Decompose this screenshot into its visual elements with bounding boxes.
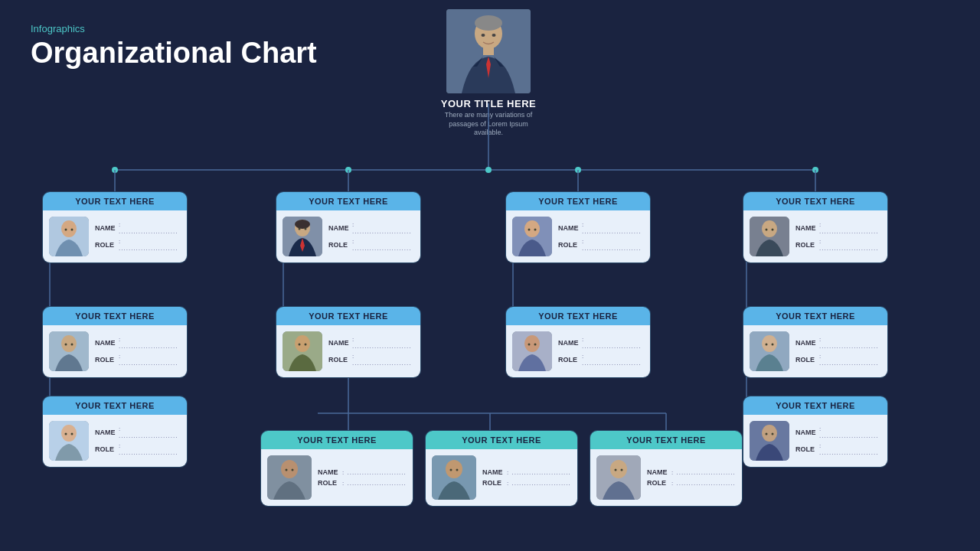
card-b1-info: NAME : ........................ ROLE : .… bbox=[318, 468, 407, 487]
card-b1-body: NAME : ........................ ROLE : .… bbox=[261, 449, 413, 506]
svg-point-88 bbox=[286, 469, 288, 471]
card-c4-r1-info: NAME : ........................ ROLE : .… bbox=[795, 221, 881, 252]
svg-point-81 bbox=[772, 344, 774, 346]
svg-point-87 bbox=[281, 460, 298, 478]
card-b3-info: NAME : ........................ ROLE : .… bbox=[647, 468, 736, 487]
svg-point-85 bbox=[772, 433, 774, 435]
card-c4-r3: YOUR TEXT HERE NAME : ..................… bbox=[743, 396, 888, 468]
card-c3-r2-body: NAME : ........................ ROLE : .… bbox=[506, 325, 650, 377]
card-c2-r2-photo bbox=[283, 331, 322, 371]
svg-point-47 bbox=[71, 229, 74, 231]
card-c1-r1: YOUR TEXT HERE NAME : ..................… bbox=[42, 191, 188, 263]
svg-point-54 bbox=[65, 433, 67, 435]
card-b2-body: NAME : ........................ ROLE : .… bbox=[426, 449, 577, 506]
card-c3-r2-header: YOUR TEXT HERE bbox=[506, 307, 650, 325]
svg-point-11 bbox=[112, 167, 118, 173]
card-c1-r3-photo bbox=[49, 421, 89, 461]
svg-point-92 bbox=[450, 469, 452, 471]
svg-point-7 bbox=[482, 34, 485, 37]
card-c1-r2-photo bbox=[49, 331, 89, 371]
card-b1: YOUR TEXT HERE NAME : ..................… bbox=[260, 430, 413, 507]
card-c3-r2-photo bbox=[512, 331, 552, 371]
card-b3-header: YOUR TEXT HERE bbox=[590, 431, 742, 449]
card-c4-r2: YOUR TEXT HERE NAME : ..................… bbox=[743, 306, 888, 378]
svg-point-77 bbox=[772, 229, 774, 231]
card-b2: YOUR TEXT HERE NAME : ..................… bbox=[425, 430, 578, 507]
svg-point-60 bbox=[299, 228, 301, 230]
card-c4-r1-photo bbox=[750, 217, 789, 256]
svg-point-67 bbox=[524, 220, 540, 237]
card-c2-r2-body: NAME : ........................ ROLE : .… bbox=[276, 325, 420, 377]
card-c4-r3-photo bbox=[750, 421, 789, 461]
card-c4-r3-body: NAME : ........................ ROLE : .… bbox=[743, 415, 887, 467]
card-c4-r3-info: NAME : ........................ ROLE : .… bbox=[795, 425, 881, 456]
card-c4-r1: YOUR TEXT HERE NAME : ..................… bbox=[743, 191, 888, 263]
page-title: Organizational Chart bbox=[31, 37, 317, 70]
card-c4-r2-info: NAME : ........................ ROLE : .… bbox=[795, 336, 881, 367]
svg-point-12 bbox=[345, 167, 351, 173]
card-b2-header: YOUR TEXT HERE bbox=[426, 431, 577, 449]
infographics-label: Infographics bbox=[31, 23, 317, 34]
card-c3-r1-header: YOUR TEXT HERE bbox=[506, 192, 650, 210]
svg-point-55 bbox=[71, 433, 74, 435]
svg-point-15 bbox=[812, 167, 818, 173]
svg-point-84 bbox=[766, 433, 768, 435]
svg-point-45 bbox=[61, 220, 77, 237]
card-c1-r1-photo bbox=[49, 217, 89, 256]
root-title: YOUR TITLE HERE bbox=[441, 98, 537, 109]
card-c1-r2-info: NAME : ........................ ROLE : .… bbox=[95, 336, 181, 367]
card-c1-r3-header: YOUR TEXT HERE bbox=[43, 396, 187, 415]
card-c2-r1-info: NAME : ........................ ROLE : .… bbox=[328, 221, 414, 252]
card-c2-r1-header: YOUR TEXT HERE bbox=[276, 192, 420, 210]
svg-point-68 bbox=[528, 229, 531, 231]
root-description: There are many variations of passages of… bbox=[439, 111, 538, 138]
svg-point-63 bbox=[295, 335, 310, 352]
svg-point-50 bbox=[65, 344, 67, 346]
svg-point-96 bbox=[615, 469, 617, 471]
card-b3: YOUR TEXT HERE NAME : ..................… bbox=[590, 430, 743, 507]
card-c3-r1: YOUR TEXT HERE NAME : ..................… bbox=[505, 191, 651, 263]
card-b1-photo bbox=[267, 455, 312, 500]
card-c3-r2: YOUR TEXT HERE NAME : ..................… bbox=[505, 306, 651, 378]
svg-point-75 bbox=[762, 220, 777, 237]
card-b3-photo bbox=[596, 455, 641, 500]
card-c4-r3-header: YOUR TEXT HERE bbox=[743, 396, 887, 415]
role-label: ROLE bbox=[95, 241, 116, 249]
svg-point-72 bbox=[528, 344, 531, 346]
svg-point-8 bbox=[492, 34, 496, 37]
card-c4-r2-body: NAME : ........................ ROLE : .… bbox=[743, 325, 887, 377]
card-c2-r2-header: YOUR TEXT HERE bbox=[276, 307, 420, 325]
svg-point-14 bbox=[575, 167, 581, 173]
svg-point-2 bbox=[475, 15, 502, 31]
card-c3-r1-info: NAME : ........................ ROLE : .… bbox=[558, 221, 644, 252]
svg-point-89 bbox=[292, 469, 294, 471]
svg-point-46 bbox=[65, 229, 67, 231]
svg-point-76 bbox=[766, 229, 768, 231]
root-node: YOUR TITLE HERE There are many variation… bbox=[439, 9, 538, 138]
card-b2-photo bbox=[432, 455, 476, 500]
card-c4-r2-header: YOUR TEXT HERE bbox=[743, 307, 887, 325]
card-c4-r2-photo bbox=[750, 331, 789, 371]
card-c2-r1-photo bbox=[283, 217, 322, 256]
card-c2-r2-info: NAME : ........................ ROLE : .… bbox=[328, 336, 414, 367]
card-c1-r2-body: NAME : ........................ ROLE : .… bbox=[43, 325, 187, 377]
svg-point-97 bbox=[621, 469, 623, 471]
root-photo bbox=[446, 9, 531, 93]
svg-point-61 bbox=[305, 228, 307, 230]
svg-point-69 bbox=[534, 229, 537, 231]
svg-point-64 bbox=[299, 344, 301, 346]
card-c1-r3-info: NAME : ........................ ROLE : .… bbox=[95, 425, 181, 456]
svg-point-83 bbox=[762, 425, 777, 442]
svg-point-80 bbox=[766, 344, 768, 346]
card-c2-r1-body: NAME : ........................ ROLE : .… bbox=[276, 210, 420, 262]
card-c1-r2: YOUR TEXT HERE NAME : ..................… bbox=[42, 306, 188, 378]
svg-point-93 bbox=[456, 469, 459, 471]
page-header: Infographics Organizational Chart bbox=[31, 23, 317, 70]
svg-point-58 bbox=[295, 220, 310, 229]
card-c3-r1-body: NAME : ........................ ROLE : .… bbox=[506, 210, 650, 262]
card-b1-header: YOUR TEXT HERE bbox=[261, 431, 413, 449]
card-c1-r3: YOUR TEXT HERE NAME : ..................… bbox=[42, 396, 188, 468]
card-c2-r1: YOUR TEXT HERE NAME : ..................… bbox=[276, 191, 421, 263]
svg-point-73 bbox=[534, 344, 537, 346]
svg-point-49 bbox=[61, 335, 77, 352]
